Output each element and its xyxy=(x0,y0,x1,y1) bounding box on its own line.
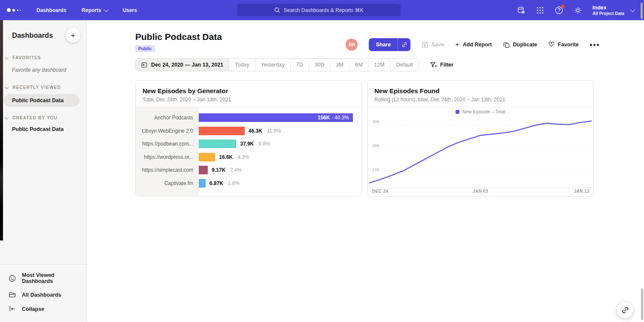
scrollbar-thumb[interactable] xyxy=(641,3,643,19)
line-series xyxy=(370,121,591,183)
sidebar-section-header[interactable]: RECENTLY VIEWED xyxy=(0,82,86,92)
bar-chart-subtitle: Total, Dec 24th, 2020 – Jan 13th, 2021 xyxy=(143,97,354,103)
sidebar-section-header[interactable]: CREATED BY YOU xyxy=(0,113,86,123)
link-icon xyxy=(401,42,407,48)
notification-badge xyxy=(561,5,565,8)
duplicate-button[interactable]: Duplicate xyxy=(503,42,537,48)
x-tick-label: JAN 13 xyxy=(574,189,589,194)
link-icon xyxy=(622,307,629,314)
line-chart-title: New Episodes Found xyxy=(374,87,586,94)
date-presets: TodayYesterday7D30D3M6M12MDefault xyxy=(229,59,419,71)
add-report-button[interactable]: + Add Report xyxy=(455,41,492,48)
bar-value-label: 9.17K · 2.4% xyxy=(212,167,242,173)
bar-category-label: Captivate.fm xyxy=(136,180,199,186)
line-chart-card: New Episodes Found Rolling (12 hours), t… xyxy=(367,80,594,197)
bar-value-label: 156K · 40.3% xyxy=(318,115,349,121)
footer-item-label: Most Viewed Dashboards xyxy=(22,272,80,284)
background-window-sliver xyxy=(0,0,3,240)
favorite-button[interactable]: ♡ Favorite xyxy=(548,41,579,48)
nav-item-users[interactable]: Users xyxy=(123,7,137,13)
apps-grid-icon[interactable] xyxy=(536,6,544,15)
plus-icon: + xyxy=(455,41,459,48)
date-range-picker[interactable]: Dec 24, 2020 — Jan 13, 2021 xyxy=(136,59,229,71)
x-tick-label: JAN 03 xyxy=(473,189,488,194)
bar-chart-title: New Episodes by Generator xyxy=(143,87,354,94)
share-button-group: Share xyxy=(369,38,410,51)
more-options-button[interactable] xyxy=(590,44,599,46)
chevron-down-icon xyxy=(630,7,635,12)
add-dashboard-button[interactable]: + xyxy=(66,28,80,43)
bar-chart-card: New Episodes by Generator Total, Dec 24t… xyxy=(135,80,361,197)
bar-category-label: https://simplecast.com xyxy=(136,167,199,173)
search-input[interactable]: Search Dashboards & Reports ⌘K xyxy=(237,4,401,16)
workspace-switcher[interactable]: Index All Project Data xyxy=(592,4,634,16)
y-tick-label: 20K xyxy=(372,143,380,148)
bar-category-label: Anchor Podcasts xyxy=(136,115,199,121)
heart-icon: ♡ xyxy=(548,41,554,48)
nav-item-dashboards[interactable]: Dashboards xyxy=(36,7,66,13)
footer-item-collapse[interactable]: Collapse xyxy=(0,302,86,316)
copy-link-button[interactable] xyxy=(398,38,410,51)
workspace-name: Index xyxy=(592,4,624,11)
preset-yesterday[interactable]: Yesterday xyxy=(255,59,290,71)
scrollbar-thumb[interactable] xyxy=(641,289,643,320)
footer-item-all-dashboards[interactable]: All Dashboards xyxy=(0,288,86,302)
y-tick-label: 10K xyxy=(372,167,380,172)
footer-item-label: All Dashboards xyxy=(22,292,61,298)
save-button[interactable]: Save xyxy=(422,42,444,48)
date-toolbar: Dec 24, 2020 — Jan 13, 2021 TodayYesterd… xyxy=(135,58,453,71)
smiley-icon xyxy=(9,275,16,282)
preset-7d[interactable]: 7D xyxy=(290,59,309,71)
sidebar-item-public-podcast-data[interactable]: Public Podcast Data xyxy=(0,123,86,136)
filter-button[interactable]: Filter xyxy=(430,62,453,68)
ellipsis-icon xyxy=(590,44,599,46)
action-bar: RH Share Save + Add Report Duplicate ♡ F… xyxy=(346,38,599,51)
collapse-icon xyxy=(9,305,16,313)
page-title: Public Podcast Data xyxy=(135,32,222,42)
floating-share-link-button[interactable] xyxy=(617,302,633,318)
sidebar-section-header[interactable]: FAVORITES xyxy=(0,53,86,63)
bar-category-label: Libsyn WebEngine 2.0 xyxy=(136,128,199,134)
bar-fill xyxy=(199,179,206,188)
sidebar-section-label: RECENTLY VIEWED xyxy=(12,85,61,90)
duplicate-icon xyxy=(503,42,510,48)
preset-3m[interactable]: 3M xyxy=(330,59,349,71)
preset-12m[interactable]: 12M xyxy=(368,59,390,71)
footer-item-label: Collapse xyxy=(22,306,44,312)
bar-row: Captivate.fm6.87K · 1.8% xyxy=(136,177,361,190)
x-axis-labels: DEC 24 JAN 03 JAN 13 xyxy=(370,189,591,195)
bar-fill xyxy=(199,153,215,161)
main-content: Public Podcast Data Public RH Share Save… xyxy=(87,20,644,322)
share-button[interactable]: Share xyxy=(369,38,398,51)
visibility-badge: Public xyxy=(135,45,155,52)
preset-30d[interactable]: 30D xyxy=(309,59,330,71)
preset-today[interactable]: Today xyxy=(229,59,255,71)
preset-default[interactable]: Default xyxy=(390,59,419,71)
bar-value-label: 37.9K · 9.8% xyxy=(240,141,270,147)
bar-fill xyxy=(199,166,208,174)
bar-category-label: https://wordpress.or... xyxy=(136,154,199,160)
top-navbar: Dashboards Reports Users Search Dashboar… xyxy=(0,0,644,20)
folder-icon xyxy=(9,291,16,298)
line-chart-subtitle: Rolling (12 hours), total, Dec 24th, 202… xyxy=(374,97,586,103)
bar-category-label: https://podbean.com... xyxy=(136,141,199,147)
y-tick-label: 30K xyxy=(372,119,380,124)
chevron-down-icon xyxy=(5,115,9,119)
sidebar-title: Dashboards xyxy=(12,31,53,39)
workspace-subtitle: All Project Data xyxy=(592,11,624,16)
brand-logo-icon[interactable] xyxy=(7,8,21,12)
preset-6m[interactable]: 6M xyxy=(349,59,368,71)
x-tick-label: DEC 24 xyxy=(372,189,388,194)
avatar[interactable]: RH xyxy=(346,39,358,51)
calendar-icon xyxy=(141,62,147,68)
data-source-icon[interactable] xyxy=(517,6,526,15)
chevron-down-icon xyxy=(5,85,9,89)
nav-item-reports[interactable]: Reports xyxy=(82,7,107,13)
chart-legend: New Episode – Total xyxy=(368,109,593,114)
help-icon[interactable] xyxy=(555,6,563,15)
footer-item-most-viewed-dashboards[interactable]: Most Viewed Dashboards xyxy=(0,269,86,288)
sidebar-item-public-podcast-data[interactable]: Public Podcast Data xyxy=(3,94,79,107)
chevron-down-icon xyxy=(103,7,108,12)
bar-fill xyxy=(199,127,245,135)
settings-gear-icon[interactable] xyxy=(574,6,582,15)
